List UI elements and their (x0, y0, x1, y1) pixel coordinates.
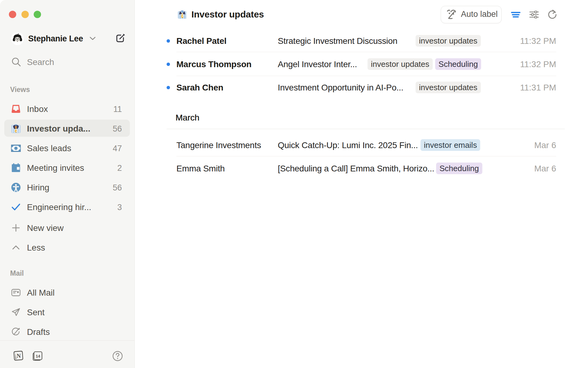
svg-text:14: 14 (36, 354, 40, 358)
svg-text:N: N (17, 353, 21, 359)
